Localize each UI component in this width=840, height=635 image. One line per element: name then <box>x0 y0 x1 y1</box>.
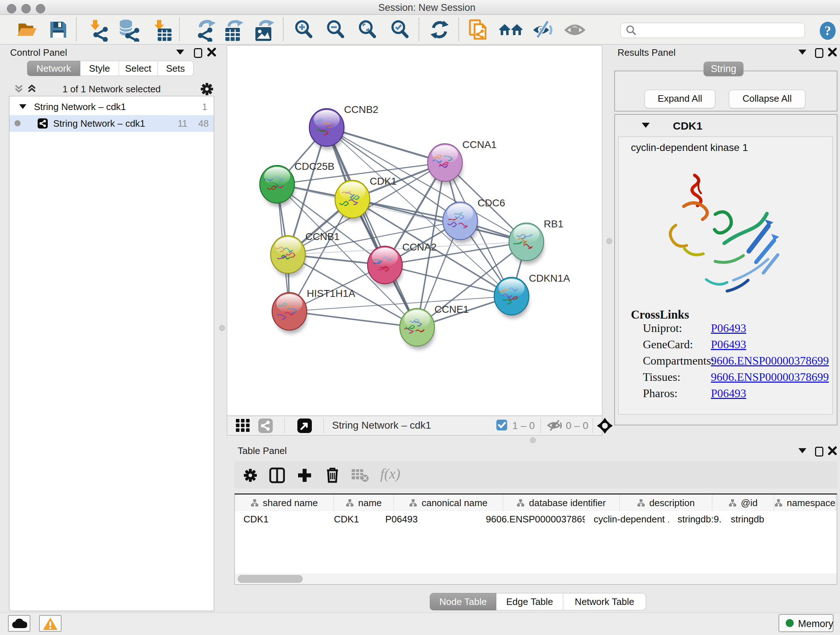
zoom-out-icon[interactable] <box>326 19 346 40</box>
crosslink-value[interactable]: P06493 <box>711 321 746 334</box>
zoom-selected-icon[interactable] <box>390 19 410 40</box>
svg-text:?: ? <box>824 24 831 38</box>
memory-button[interactable]: Memory <box>778 614 834 632</box>
table-panel-float-icon[interactable] <box>815 447 823 456</box>
node-label-CDC6: CDC6 <box>477 197 505 209</box>
first-neighbors-icon[interactable] <box>499 19 523 40</box>
results-actions-box: Expand All Collapse All <box>614 71 837 111</box>
bottom-splitter-handle[interactable] <box>530 437 536 443</box>
export-image-icon[interactable] <box>253 19 276 40</box>
table-panel-close-icon[interactable] <box>828 446 837 457</box>
zoom-in-icon[interactable] <box>294 19 314 40</box>
network-view-panel: CCNB2CCNA1CDC25BCDK1CDC6RB1CCNB1CCNA2CDK… <box>227 45 602 435</box>
tab-network-table[interactable]: Network Table <box>563 593 646 610</box>
network-canvas[interactable]: CCNB2CCNA1CDC25BCDK1CDC6RB1CCNB1CCNA2CDK… <box>227 46 601 415</box>
node-CDC6[interactable] <box>443 202 477 240</box>
expand-all-button[interactable]: Expand All <box>645 90 715 108</box>
tab-sets[interactable]: Sets <box>158 61 194 76</box>
cloud-status-icon[interactable] <box>8 615 30 632</box>
search-input[interactable] <box>621 23 805 38</box>
selection-summary: 1 of 1 Network selected <box>9 84 214 95</box>
tab-network[interactable]: Network <box>27 61 80 76</box>
selected-counts: 1 – 0 <box>512 420 535 432</box>
function-builder-icon[interactable]: f(x) <box>380 465 401 482</box>
network-selection-header: 1 of 1 Network selected <box>9 81 214 96</box>
column-header-description[interactable]: description <box>620 494 712 511</box>
delete-column-icon[interactable] <box>325 467 340 485</box>
export-network-icon[interactable] <box>195 19 218 40</box>
tab-select[interactable]: Select <box>119 61 158 76</box>
node-label-HIST1H1A: HIST1H1A <box>307 288 355 299</box>
node-CCNB1[interactable] <box>271 236 305 273</box>
node-CCNA2[interactable] <box>368 246 402 284</box>
node-RB1[interactable] <box>509 223 544 261</box>
node-label-CCNB1: CCNB1 <box>305 231 340 242</box>
refresh-icon[interactable] <box>430 19 449 40</box>
crosslink-value[interactable]: 9606.ENSP00000378699 <box>711 354 829 367</box>
column-header-sharedname[interactable]: shared name <box>235 494 334 511</box>
warning-status-icon[interactable] <box>39 615 62 632</box>
node-CCNA1[interactable] <box>428 144 462 181</box>
column-header-namespace[interactable]: namespace <box>774 494 836 511</box>
hide-selected-icon[interactable] <box>532 19 554 40</box>
window-title: Session: New Session <box>0 2 840 13</box>
add-column-icon[interactable] <box>297 467 313 485</box>
delete-table-icon[interactable] <box>351 469 369 483</box>
crosslink-value[interactable]: P06493 <box>711 338 746 351</box>
protein-details-box: CDK1 cyclin-dependent kinase 1 <box>614 114 837 425</box>
node-CDKN1A[interactable] <box>494 277 529 315</box>
results-panel-close-icon[interactable] <box>828 48 837 58</box>
right-splitter-handle[interactable] <box>606 238 612 244</box>
results-panel-float-icon[interactable] <box>815 48 823 58</box>
node-CDK1[interactable] <box>335 180 370 218</box>
collapse-all-button[interactable]: Collapse All <box>729 90 805 108</box>
zoom-fit-icon[interactable] <box>358 19 377 40</box>
crosslink-value[interactable]: 9606.ENSP00000378699 <box>711 371 829 383</box>
control-panel-float-icon[interactable] <box>194 48 202 58</box>
node-label-CDKN1A: CDKN1A <box>529 272 570 284</box>
node-HIST1H1A[interactable] <box>272 293 307 330</box>
column-header-id[interactable]: @id <box>712 494 774 511</box>
network-collection-row[interactable]: String Network – cdk1 1 <box>9 98 214 115</box>
table-settings-gear-icon[interactable] <box>243 468 257 484</box>
open-file-icon[interactable] <box>16 19 38 40</box>
control-panel-menu-icon[interactable] <box>176 50 184 55</box>
table-panel-menu-icon[interactable] <box>798 448 806 453</box>
show-all-icon[interactable] <box>564 19 585 40</box>
table-panel-title: Table Panel <box>238 445 287 456</box>
results-tab-string[interactable]: String <box>704 62 744 76</box>
results-panel-menu-icon[interactable] <box>798 50 806 55</box>
import-network-from-database-icon[interactable] <box>118 19 141 40</box>
crosslink-value[interactable]: P06493 <box>711 386 746 400</box>
import-table-icon[interactable] <box>152 19 172 40</box>
node-CCNB2[interactable] <box>309 109 344 146</box>
import-network-icon[interactable] <box>88 19 109 40</box>
protein-name: CDK1 <box>673 120 703 132</box>
node-CDC25B[interactable] <box>260 165 294 203</box>
show-columns-icon[interactable] <box>269 467 285 485</box>
results-panel-title: Results Panel <box>617 47 676 58</box>
network-share-icon[interactable] <box>258 418 273 434</box>
node-CCNE1[interactable] <box>400 309 434 346</box>
table-hscrollbar[interactable] <box>235 573 837 584</box>
tab-node-table[interactable]: Node Table <box>430 593 496 610</box>
column-header-databaseidentifier[interactable]: database identifier <box>503 494 620 511</box>
open-in-window-icon[interactable] <box>297 418 312 434</box>
hidden-eye-icon[interactable] <box>547 420 562 432</box>
help-icon[interactable]: ? <box>818 21 837 42</box>
grid-view-icon[interactable] <box>236 419 250 434</box>
save-session-icon[interactable] <box>48 19 68 40</box>
copy-network-icon[interactable] <box>469 19 491 40</box>
column-header-canonicalname[interactable]: canonical name <box>394 494 503 511</box>
table-row[interactable]: CDK1CDK1P064939606.ENSP00000378699cyclin… <box>235 511 837 527</box>
export-table-icon[interactable] <box>223 19 245 40</box>
tab-style[interactable]: Style <box>80 61 119 76</box>
network-row[interactable]: String Network – cdk1 11 48 <box>9 115 214 132</box>
fit-content-icon[interactable] <box>597 418 613 435</box>
column-header-name[interactable]: name <box>334 494 394 511</box>
control-panel-close-icon[interactable] <box>207 48 216 58</box>
left-splitter-handle[interactable] <box>219 325 225 331</box>
tab-edge-table[interactable]: Edge Table <box>496 593 563 610</box>
selected-checkbox-icon[interactable] <box>496 420 507 432</box>
protein-header[interactable]: CDK1 <box>615 115 837 136</box>
